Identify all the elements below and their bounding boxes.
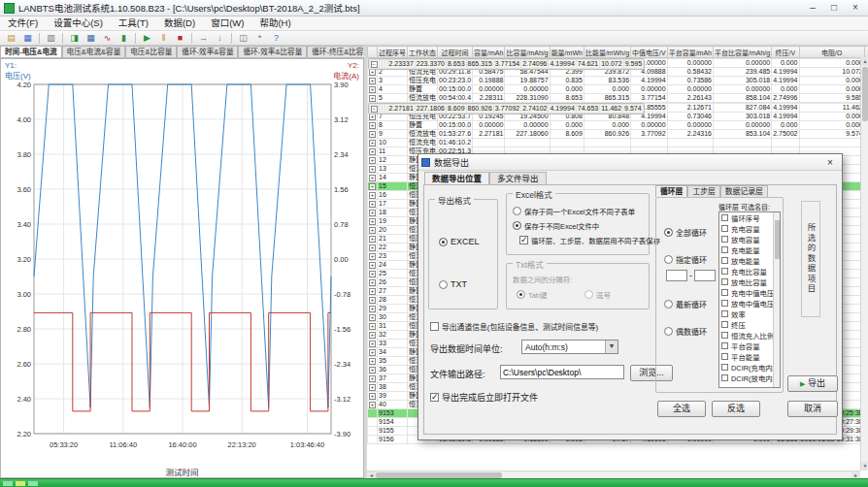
column-header[interactable]: 平台比容量/mAh/g — [714, 47, 772, 58]
scroll-down-icon[interactable]: ▼ — [861, 462, 868, 471]
row-expander-icon[interactable]: − — [371, 106, 378, 113]
column-header[interactable]: 终压/V — [772, 47, 799, 58]
toolbar-data-export-button[interactable]: ↓ — [212, 32, 228, 45]
radio-same-file[interactable]: 保存于同一个Excel文件不同子表单 — [513, 206, 635, 216]
menu-item-4[interactable]: 窗口(W) — [203, 16, 251, 30]
row-expander-icon[interactable]: + — [369, 297, 376, 304]
toolbar-start-test-button[interactable]: ▶ — [139, 32, 155, 45]
column-header[interactable]: 过程时间 — [438, 47, 473, 58]
list-scroll-thumb[interactable] — [775, 220, 780, 259]
toolbar-line-chart-button[interactable]: ∿ — [99, 32, 116, 45]
menu-item-0[interactable]: 文件(F) — [0, 16, 46, 30]
row-expander-icon[interactable]: + — [369, 227, 376, 234]
scroll-right-icon[interactable]: ► — [851, 471, 860, 478]
toolbar-channel-monitor-button[interactable]: ◨ — [66, 32, 83, 45]
row-expander-icon[interactable]: + — [369, 95, 376, 102]
cycle-option-2[interactable]: 最新循环 — [664, 299, 707, 309]
field-checkbox-item[interactable]: 终压 — [719, 319, 780, 330]
field-checkbox-item[interactable]: 放电能量 — [719, 255, 780, 266]
list-scrollbar[interactable] — [773, 212, 780, 387]
column-header[interactable]: 电阻/Ω — [799, 47, 864, 58]
column-header[interactable]: 比容量/mAh/g — [505, 47, 550, 58]
checkbox-channel-info[interactable]: 导出通道信息(包括设备信息、测试时间信息等) — [430, 321, 598, 332]
checkbox-open-after[interactable]: 导出完成后立即打开文件 — [430, 391, 538, 404]
dialog-tab-0[interactable]: 数据导出位置 — [424, 172, 489, 184]
toolbar-pause-test-button[interactable]: ‖ — [155, 32, 172, 45]
vertical-scroll-thumb[interactable] — [862, 67, 868, 121]
radio-diff-file[interactable]: 保存于不同Excel文件中 — [513, 220, 599, 231]
row-expander-icon[interactable]: + — [369, 393, 376, 400]
field-checkbox-item[interactable]: DCIR(充电内阻) — [719, 362, 780, 373]
cycle-option-1[interactable]: 指定循环 — [664, 254, 707, 265]
table-row[interactable]: +4静置00:15:00.00.000000.000000.0000.0000.… — [368, 85, 868, 94]
row-expander-icon[interactable]: + — [369, 244, 376, 251]
field-checkbox-item[interactable]: 平台能量 — [719, 351, 780, 362]
toolbar-stop-test-button[interactable]: ■ — [172, 32, 188, 45]
export-button[interactable]: ▶ 导出 — [787, 375, 838, 392]
row-expander-icon[interactable]: + — [369, 262, 376, 269]
row-expander-icon[interactable]: + — [369, 367, 376, 373]
column-header[interactable]: 比能量/mWh/g — [584, 47, 630, 58]
field-checkbox-item[interactable]: 充电能量 — [719, 244, 780, 255]
cycle-range-end-input[interactable] — [694, 270, 716, 281]
row-expander-icon[interactable]: + — [369, 210, 376, 216]
scroll-up-icon[interactable]: ▲ — [861, 57, 868, 66]
row-expander-icon[interactable]: + — [369, 236, 376, 243]
table-row[interactable]: +8静置00:15:00.00.000000.000000.0000.0000.… — [368, 121, 868, 130]
toolbar-help-button[interactable]: ? — [268, 32, 284, 45]
row-expander-icon[interactable]: + — [369, 279, 376, 286]
row-expander-icon[interactable]: + — [369, 402, 376, 408]
column-header[interactable]: 工作状态 — [408, 47, 438, 58]
dialog-close-icon[interactable]: × — [821, 155, 839, 170]
layer-tab-2[interactable]: 数据记录层 — [720, 185, 768, 197]
field-checkbox-item[interactable]: 平台容量 — [719, 341, 780, 351]
field-checkbox-item[interactable]: 放电比容量 — [719, 276, 780, 287]
cycle-option-0[interactable]: 全部循环 — [664, 227, 707, 238]
menu-item-5[interactable]: 帮助(H) — [251, 16, 298, 30]
toolbar-save-button[interactable]: ▦ — [19, 32, 36, 45]
column-header[interactable]: 平台容量/mAh — [667, 47, 713, 58]
layer-tab-1[interactable]: 工步层 — [687, 185, 719, 197]
row-expander-icon[interactable]: + — [369, 192, 376, 199]
chart-tab-1[interactable]: 电压&电流&容量 — [62, 46, 126, 57]
field-checkbox-item[interactable]: DCIR(放电内阻) — [719, 373, 780, 383]
field-checkbox-item[interactable]: 效率 — [719, 308, 780, 319]
row-expander-icon[interactable]: + — [369, 175, 376, 181]
row-expander-icon[interactable]: + — [369, 131, 376, 138]
row-expander-icon[interactable]: + — [369, 148, 376, 155]
row-expander-icon[interactable]: + — [369, 157, 376, 164]
menu-item-2[interactable]: 工具(T) — [111, 16, 156, 30]
row-expander-icon[interactable]: + — [369, 375, 376, 382]
time-unit-dropdown[interactable]: Auto(h:m:s) ▼ — [521, 340, 618, 354]
maximize-button[interactable]: □ — [823, 1, 845, 16]
row-expander-icon[interactable]: + — [369, 314, 376, 321]
toolbar-settings-button[interactable]: * — [251, 32, 268, 45]
toolbar-window-split-button[interactable]: ◫ — [235, 32, 251, 45]
row-expander-icon[interactable]: + — [369, 253, 376, 260]
row-expander-icon[interactable]: + — [369, 288, 376, 295]
chart-tab-0[interactable]: 时间-电压&电流 — [0, 46, 62, 57]
row-expander-icon[interactable]: + — [369, 86, 376, 93]
row-expander-icon[interactable]: + — [369, 114, 376, 120]
row-expander-icon[interactable]: + — [369, 183, 376, 190]
horizontal-scrollbar[interactable]: ◄ ► — [367, 471, 860, 478]
field-checkbox-item[interactable]: 充电中值电压 — [719, 287, 780, 298]
row-expander-icon[interactable]: + — [369, 122, 376, 129]
checkbox-sheet-note[interactable]: 循环层、工步层、数据层用不同子表保存 — [519, 235, 660, 245]
row-expander-icon[interactable]: + — [369, 78, 376, 84]
chart-tab-2[interactable]: 电压&比容量 — [125, 46, 177, 57]
field-checkbox-item[interactable]: 充电容量 — [719, 223, 780, 234]
cancel-button[interactable]: 取消 — [787, 401, 838, 417]
dialog-tab-1[interactable]: 多文件导出 — [489, 172, 547, 184]
toolbar-jump-step-button[interactable]: → — [195, 32, 212, 45]
table-row[interactable]: +10恒流充电01:46:10.2 — [368, 139, 868, 147]
row-expander-icon[interactable]: + — [369, 341, 376, 347]
field-checkbox-item[interactable]: 恒流充入比例 — [719, 330, 780, 341]
column-header[interactable]: 比电容/F/g — [864, 47, 868, 58]
toolbar-open-file-button[interactable]: ▤ — [3, 32, 19, 45]
cycle-range-start-input[interactable] — [666, 270, 687, 281]
minimize-button[interactable]: – — [802, 1, 823, 16]
column-header[interactable]: 中值电压/V — [631, 47, 668, 58]
row-expander-icon[interactable]: + — [369, 332, 376, 339]
row-expander-icon[interactable]: + — [369, 323, 376, 330]
